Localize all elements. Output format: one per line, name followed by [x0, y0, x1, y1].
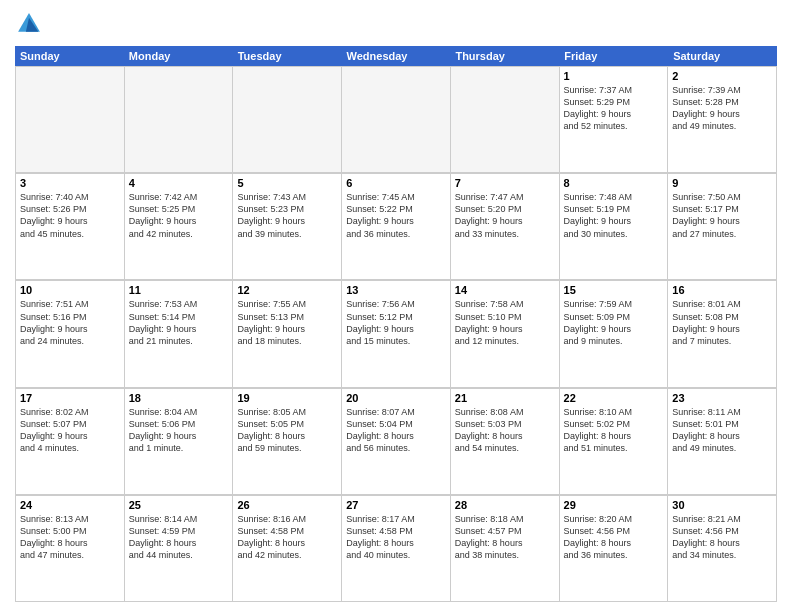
day-cell-13: 13Sunrise: 7:56 AM Sunset: 5:12 PM Dayli…: [342, 281, 451, 387]
header: [15, 10, 777, 38]
day-cell-28: 28Sunrise: 8:18 AM Sunset: 4:57 PM Dayli…: [451, 496, 560, 602]
day-info: Sunrise: 8:18 AM Sunset: 4:57 PM Dayligh…: [455, 513, 555, 562]
day-cell-14: 14Sunrise: 7:58 AM Sunset: 5:10 PM Dayli…: [451, 281, 560, 387]
day-info: Sunrise: 8:04 AM Sunset: 5:06 PM Dayligh…: [129, 406, 229, 455]
day-info: Sunrise: 8:01 AM Sunset: 5:08 PM Dayligh…: [672, 298, 772, 347]
day-cell-17: 17Sunrise: 8:02 AM Sunset: 5:07 PM Dayli…: [16, 389, 125, 495]
day-cell-10: 10Sunrise: 7:51 AM Sunset: 5:16 PM Dayli…: [16, 281, 125, 387]
day-info: Sunrise: 8:17 AM Sunset: 4:58 PM Dayligh…: [346, 513, 446, 562]
day-cell-6: 6Sunrise: 7:45 AM Sunset: 5:22 PM Daylig…: [342, 174, 451, 280]
calendar-header: SundayMondayTuesdayWednesdayThursdayFrid…: [15, 46, 777, 66]
day-cell-22: 22Sunrise: 8:10 AM Sunset: 5:02 PM Dayli…: [560, 389, 669, 495]
header-day-thursday: Thursday: [450, 46, 559, 66]
day-cell-27: 27Sunrise: 8:17 AM Sunset: 4:58 PM Dayli…: [342, 496, 451, 602]
day-info: Sunrise: 7:43 AM Sunset: 5:23 PM Dayligh…: [237, 191, 337, 240]
day-number: 26: [237, 499, 337, 511]
day-info: Sunrise: 7:47 AM Sunset: 5:20 PM Dayligh…: [455, 191, 555, 240]
day-info: Sunrise: 8:08 AM Sunset: 5:03 PM Dayligh…: [455, 406, 555, 455]
week-row-1: 1Sunrise: 7:37 AM Sunset: 5:29 PM Daylig…: [15, 66, 777, 173]
header-day-monday: Monday: [124, 46, 233, 66]
header-day-sunday: Sunday: [15, 46, 124, 66]
day-info: Sunrise: 7:37 AM Sunset: 5:29 PM Dayligh…: [564, 84, 664, 133]
week-row-4: 17Sunrise: 8:02 AM Sunset: 5:07 PM Dayli…: [15, 388, 777, 495]
day-info: Sunrise: 8:14 AM Sunset: 4:59 PM Dayligh…: [129, 513, 229, 562]
day-cell-16: 16Sunrise: 8:01 AM Sunset: 5:08 PM Dayli…: [668, 281, 777, 387]
logo-icon: [15, 10, 43, 38]
empty-cell: [451, 67, 560, 173]
week-row-5: 24Sunrise: 8:13 AM Sunset: 5:00 PM Dayli…: [15, 495, 777, 602]
day-number: 4: [129, 177, 229, 189]
day-cell-26: 26Sunrise: 8:16 AM Sunset: 4:58 PM Dayli…: [233, 496, 342, 602]
day-number: 15: [564, 284, 664, 296]
day-cell-5: 5Sunrise: 7:43 AM Sunset: 5:23 PM Daylig…: [233, 174, 342, 280]
day-cell-23: 23Sunrise: 8:11 AM Sunset: 5:01 PM Dayli…: [668, 389, 777, 495]
page: SundayMondayTuesdayWednesdayThursdayFrid…: [0, 0, 792, 612]
day-cell-1: 1Sunrise: 7:37 AM Sunset: 5:29 PM Daylig…: [560, 67, 669, 173]
day-cell-15: 15Sunrise: 7:59 AM Sunset: 5:09 PM Dayli…: [560, 281, 669, 387]
day-number: 24: [20, 499, 120, 511]
day-info: Sunrise: 8:16 AM Sunset: 4:58 PM Dayligh…: [237, 513, 337, 562]
day-number: 3: [20, 177, 120, 189]
day-number: 21: [455, 392, 555, 404]
day-info: Sunrise: 7:53 AM Sunset: 5:14 PM Dayligh…: [129, 298, 229, 347]
day-cell-30: 30Sunrise: 8:21 AM Sunset: 4:56 PM Dayli…: [668, 496, 777, 602]
day-cell-20: 20Sunrise: 8:07 AM Sunset: 5:04 PM Dayli…: [342, 389, 451, 495]
day-number: 14: [455, 284, 555, 296]
day-number: 28: [455, 499, 555, 511]
day-number: 30: [672, 499, 772, 511]
day-info: Sunrise: 8:10 AM Sunset: 5:02 PM Dayligh…: [564, 406, 664, 455]
empty-cell: [342, 67, 451, 173]
day-cell-3: 3Sunrise: 7:40 AM Sunset: 5:26 PM Daylig…: [16, 174, 125, 280]
empty-cell: [16, 67, 125, 173]
day-info: Sunrise: 7:50 AM Sunset: 5:17 PM Dayligh…: [672, 191, 772, 240]
day-number: 29: [564, 499, 664, 511]
day-cell-21: 21Sunrise: 8:08 AM Sunset: 5:03 PM Dayli…: [451, 389, 560, 495]
day-cell-2: 2Sunrise: 7:39 AM Sunset: 5:28 PM Daylig…: [668, 67, 777, 173]
day-cell-18: 18Sunrise: 8:04 AM Sunset: 5:06 PM Dayli…: [125, 389, 234, 495]
calendar-body: 1Sunrise: 7:37 AM Sunset: 5:29 PM Daylig…: [15, 66, 777, 602]
day-number: 18: [129, 392, 229, 404]
day-info: Sunrise: 7:48 AM Sunset: 5:19 PM Dayligh…: [564, 191, 664, 240]
day-cell-7: 7Sunrise: 7:47 AM Sunset: 5:20 PM Daylig…: [451, 174, 560, 280]
calendar: SundayMondayTuesdayWednesdayThursdayFrid…: [15, 46, 777, 602]
day-number: 2: [672, 70, 772, 82]
day-number: 10: [20, 284, 120, 296]
day-info: Sunrise: 8:13 AM Sunset: 5:00 PM Dayligh…: [20, 513, 120, 562]
day-number: 1: [564, 70, 664, 82]
day-cell-4: 4Sunrise: 7:42 AM Sunset: 5:25 PM Daylig…: [125, 174, 234, 280]
day-cell-9: 9Sunrise: 7:50 AM Sunset: 5:17 PM Daylig…: [668, 174, 777, 280]
day-number: 12: [237, 284, 337, 296]
day-number: 27: [346, 499, 446, 511]
day-info: Sunrise: 8:05 AM Sunset: 5:05 PM Dayligh…: [237, 406, 337, 455]
day-number: 13: [346, 284, 446, 296]
day-number: 20: [346, 392, 446, 404]
header-day-tuesday: Tuesday: [233, 46, 342, 66]
day-info: Sunrise: 7:51 AM Sunset: 5:16 PM Dayligh…: [20, 298, 120, 347]
empty-cell: [125, 67, 234, 173]
day-cell-11: 11Sunrise: 7:53 AM Sunset: 5:14 PM Dayli…: [125, 281, 234, 387]
day-number: 5: [237, 177, 337, 189]
day-info: Sunrise: 7:42 AM Sunset: 5:25 PM Dayligh…: [129, 191, 229, 240]
header-day-saturday: Saturday: [668, 46, 777, 66]
day-number: 22: [564, 392, 664, 404]
day-cell-29: 29Sunrise: 8:20 AM Sunset: 4:56 PM Dayli…: [560, 496, 669, 602]
empty-cell: [233, 67, 342, 173]
day-info: Sunrise: 8:20 AM Sunset: 4:56 PM Dayligh…: [564, 513, 664, 562]
day-number: 23: [672, 392, 772, 404]
day-info: Sunrise: 8:02 AM Sunset: 5:07 PM Dayligh…: [20, 406, 120, 455]
day-number: 7: [455, 177, 555, 189]
day-info: Sunrise: 7:58 AM Sunset: 5:10 PM Dayligh…: [455, 298, 555, 347]
day-number: 16: [672, 284, 772, 296]
week-row-2: 3Sunrise: 7:40 AM Sunset: 5:26 PM Daylig…: [15, 173, 777, 280]
day-info: Sunrise: 7:45 AM Sunset: 5:22 PM Dayligh…: [346, 191, 446, 240]
day-info: Sunrise: 8:11 AM Sunset: 5:01 PM Dayligh…: [672, 406, 772, 455]
day-cell-12: 12Sunrise: 7:55 AM Sunset: 5:13 PM Dayli…: [233, 281, 342, 387]
day-number: 9: [672, 177, 772, 189]
day-number: 11: [129, 284, 229, 296]
day-number: 19: [237, 392, 337, 404]
header-day-wednesday: Wednesday: [342, 46, 451, 66]
day-info: Sunrise: 8:21 AM Sunset: 4:56 PM Dayligh…: [672, 513, 772, 562]
day-number: 8: [564, 177, 664, 189]
day-info: Sunrise: 7:55 AM Sunset: 5:13 PM Dayligh…: [237, 298, 337, 347]
day-info: Sunrise: 7:56 AM Sunset: 5:12 PM Dayligh…: [346, 298, 446, 347]
